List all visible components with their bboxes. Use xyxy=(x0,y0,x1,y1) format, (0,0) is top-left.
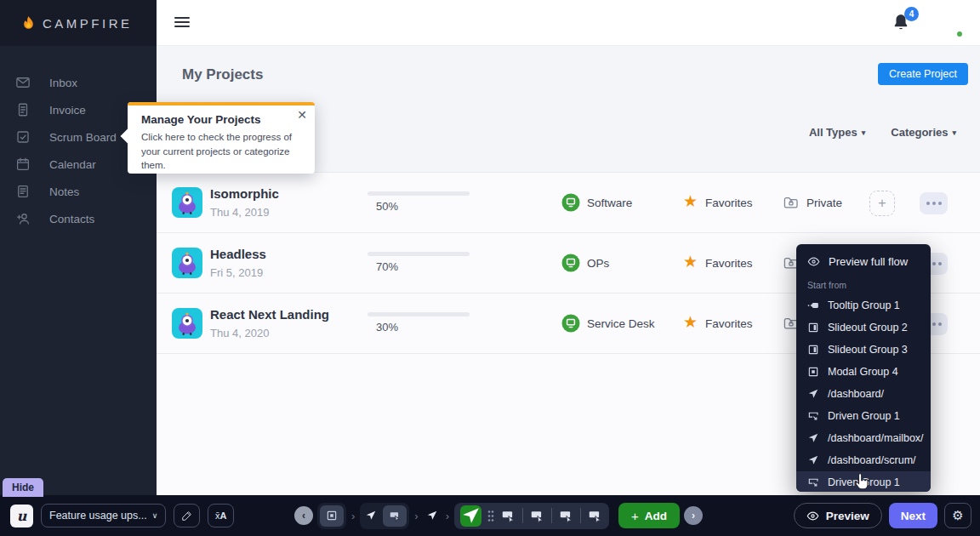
sidebar-item-label: Calendar xyxy=(49,158,96,171)
flow-context-menu: Preview full flow Start from Tooltip Gro… xyxy=(796,244,931,492)
brand-logo[interactable]: CAMPFIRE xyxy=(0,0,157,46)
edit-flow-button[interactable] xyxy=(174,504,200,527)
contacts-icon xyxy=(15,211,31,226)
driven-icon xyxy=(807,410,819,422)
sidebar-item-label: Invoice xyxy=(49,104,86,117)
progress-bar xyxy=(368,312,470,316)
all-types-filter[interactable]: All Types ▾ xyxy=(809,126,865,139)
menu-item[interactable]: Modal Group 4 xyxy=(796,361,931,383)
flow-select-value: Feature usage ups... xyxy=(49,510,147,522)
all-types-label: All Types xyxy=(809,126,858,139)
brand-name: CAMPFIRE xyxy=(43,16,133,31)
navigate-icon xyxy=(807,388,819,400)
settings-gear-icon[interactable] xyxy=(944,503,971,528)
navigate-icon xyxy=(807,432,819,444)
tooltip-step-icon[interactable] xyxy=(500,509,516,523)
favorites-label: Favorites xyxy=(705,197,753,209)
add-step-button[interactable]: Add xyxy=(618,503,680,528)
menu-item-preview-full-flow[interactable]: Preview full flow xyxy=(796,249,931,274)
preview-flow-button[interactable]: Preview xyxy=(794,503,882,528)
category-icon xyxy=(561,254,580,272)
project-name: Headless xyxy=(210,247,266,261)
navigate-step-icon xyxy=(362,510,379,522)
progress-percent: 70% xyxy=(376,260,398,273)
menu-item-label: Driven Group 1 xyxy=(828,410,900,422)
progress-bar xyxy=(368,191,470,196)
calendar-icon xyxy=(15,157,31,172)
tooltip-step-icon[interactable] xyxy=(558,509,574,523)
favorites-label: Favorites xyxy=(705,257,753,270)
builder-bar-right: Preview Next xyxy=(794,503,971,528)
chevron-down-icon: ▾ xyxy=(952,128,956,137)
translate-button[interactable]: x̄A xyxy=(208,504,234,527)
scroll-right-button[interactable]: › xyxy=(684,506,703,525)
flow-step-modal-group[interactable] xyxy=(317,503,346,529)
mouse-cursor-icon xyxy=(853,473,869,492)
tooltip-close-icon[interactable]: ✕ xyxy=(297,108,307,122)
flow-select[interactable]: Feature usage ups... ∨ xyxy=(41,504,166,527)
project-date: Thu 4, 2020 xyxy=(210,327,269,339)
categories-filter[interactable]: Categories ▾ xyxy=(891,126,956,139)
menu-item[interactable]: Slideout Group 2 xyxy=(796,316,931,339)
builder-bar-left: Feature usage ups... ∨ x̄A xyxy=(10,504,234,527)
row-more-actions-button[interactable] xyxy=(920,192,948,214)
flow-step-tooltip-group[interactable] xyxy=(360,503,409,529)
sidebar-item-label: Scrum Board xyxy=(49,131,117,144)
topbar: 4 xyxy=(157,0,980,46)
userpilot-logo[interactable] xyxy=(10,505,33,527)
menu-item[interactable]: /dashboard/mailbox/ xyxy=(796,427,931,449)
sidebar-item-label: Contacts xyxy=(49,213,94,225)
favorite-star-icon[interactable] xyxy=(683,193,698,210)
inbox-icon xyxy=(15,75,31,90)
step-divider xyxy=(522,508,523,523)
hamburger-menu-icon[interactable] xyxy=(174,17,190,30)
category-label: Software xyxy=(587,197,632,209)
notification-badge: 4 xyxy=(904,7,919,21)
menu-item[interactable]: Tooltip Group 1 xyxy=(796,294,931,316)
notifications-button[interactable]: 4 xyxy=(892,12,914,36)
menu-item[interactable]: Slideout Group 3 xyxy=(796,339,931,361)
category-icon xyxy=(561,314,580,333)
project-avatar xyxy=(172,248,202,278)
add-step-label: Add xyxy=(645,510,667,522)
project-avatar xyxy=(172,308,202,339)
favorite-star-icon[interactable] xyxy=(683,254,698,271)
step-divider xyxy=(580,508,581,523)
menu-item[interactable]: /dashboard/ xyxy=(796,383,931,405)
progress-percent: 30% xyxy=(376,321,398,334)
create-project-button[interactable]: Create Project xyxy=(878,63,968,85)
invoice-icon xyxy=(15,102,31,117)
menu-item-label: /dashboard/scrum/ xyxy=(828,454,916,466)
favorite-star-icon[interactable] xyxy=(683,314,698,331)
scroll-left-button[interactable]: ‹ xyxy=(294,506,313,525)
tooltip-step-icon[interactable] xyxy=(587,509,603,523)
online-status-dot xyxy=(955,30,964,38)
menu-section-label: Start from xyxy=(796,274,931,294)
hide-builder-button[interactable]: Hide xyxy=(3,478,43,497)
active-step-group[interactable] xyxy=(454,503,609,529)
onboarding-tooltip: Manage Your Projects Click here to check… xyxy=(128,102,315,174)
modal-step-icon xyxy=(320,505,344,527)
project-date: Fri 5, 2019 xyxy=(210,266,263,279)
project-name: React Next Landing xyxy=(210,307,329,322)
menu-item[interactable]: Driven Group 1 xyxy=(796,405,931,427)
filters: All Types ▾ Categories ▾ xyxy=(809,126,956,139)
category-label: Service Desk xyxy=(587,317,655,330)
preview-label: Preview xyxy=(826,510,869,522)
translate-icon: x̄A xyxy=(215,510,226,521)
drag-handle-icon[interactable] xyxy=(487,510,494,522)
add-to-flow-button[interactable] xyxy=(869,191,895,216)
category-icon xyxy=(561,193,580,212)
sidebar-item-label: Notes xyxy=(49,185,79,198)
category-label: OPs xyxy=(587,257,609,270)
pencil-icon xyxy=(181,510,193,522)
sidebar-item-contacts[interactable]: Contacts xyxy=(0,205,157,232)
tooltip-body: Click here to check the progress of your… xyxy=(128,126,315,183)
menu-item[interactable]: /dashboard/scrum/ xyxy=(796,449,931,471)
sidebar-item-inbox[interactable]: Inbox xyxy=(0,69,157,96)
notes-icon xyxy=(15,184,31,199)
user-avatar[interactable] xyxy=(932,8,963,38)
flame-icon xyxy=(22,15,35,31)
next-button[interactable]: Next xyxy=(889,503,937,528)
tooltip-step-icon[interactable] xyxy=(529,509,545,523)
